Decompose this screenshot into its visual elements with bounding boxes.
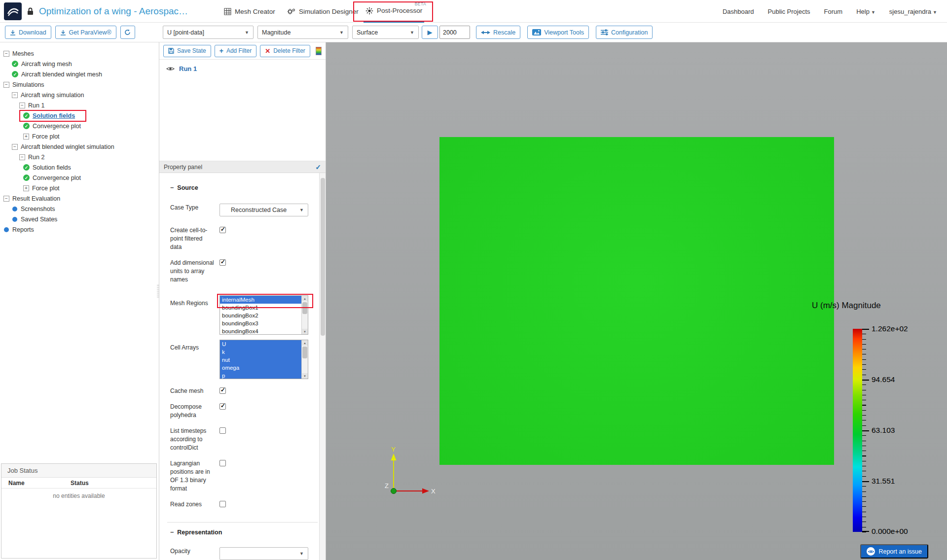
list-timesteps-row: List timesteps according to controlDict: [170, 427, 318, 452]
tree-item-aircraft-wing-mesh[interactable]: ✓Aircraft wing mesh: [0, 59, 159, 69]
collapse-icon[interactable]: −: [3, 51, 9, 57]
tab-post-processor[interactable]: Post-Processor BETA: [364, 0, 424, 23]
add-units-checkbox[interactable]: [219, 259, 226, 266]
render-viewport[interactable]: Y X Z U (m/s) Magnitude 1.262e+02 94.654…: [326, 42, 947, 560]
component-select[interactable]: Magnitude▼: [257, 26, 348, 39]
cell-array-option[interactable]: U: [220, 340, 301, 348]
tree-item-solution-fields-run1[interactable]: ✓Solution fields: [0, 110, 159, 121]
tree-item-result-evaluation[interactable]: −Result Evaluation: [0, 193, 159, 204]
link-dashboard[interactable]: Dashboard: [723, 8, 754, 15]
report-an-issue-button[interactable]: Report an issue: [860, 544, 928, 559]
representation-select[interactable]: Surface▼: [352, 26, 419, 39]
tab-label: Post-Processor: [377, 7, 422, 14]
add-filter-button[interactable]: + Add Filter: [215, 45, 257, 57]
cell-array-option[interactable]: k: [220, 348, 301, 356]
tree-item-screenshots[interactable]: Screenshots: [0, 204, 159, 214]
listbox-scrollbar[interactable]: ▲ ▼: [301, 340, 308, 379]
cell-array-option[interactable]: p: [220, 372, 301, 379]
tree-item-reports[interactable]: Reports: [0, 224, 159, 235]
collapse-icon[interactable]: −: [12, 144, 18, 150]
configuration-button[interactable]: Configuration: [596, 26, 653, 39]
mesh-region-option[interactable]: boundingBox4: [220, 327, 301, 334]
scrollbar-thumb[interactable]: [302, 347, 307, 358]
legend-tick: [862, 481, 869, 482]
add-units-label: Add dimensional units to array names: [170, 259, 219, 284]
section-representation[interactable]: − Representation: [170, 528, 318, 536]
collapse-icon[interactable]: −: [3, 196, 9, 202]
scroll-down-icon[interactable]: ▼: [302, 329, 308, 334]
cache-mesh-checkbox[interactable]: [219, 387, 226, 394]
field-select[interactable]: U [point-data]▼: [163, 26, 254, 39]
expand-icon[interactable]: +: [23, 134, 29, 140]
rescale-button[interactable]: Rescale: [476, 26, 520, 39]
scroll-up-icon[interactable]: ▲: [302, 296, 308, 301]
collapse-icon[interactable]: −: [19, 103, 25, 108]
help-menu[interactable]: Help▼: [856, 8, 875, 15]
tab-mesh-creator[interactable]: Mesh Creator: [222, 0, 277, 23]
opacity-select[interactable]: ▼: [219, 547, 308, 560]
tab-simulation-designer[interactable]: Simulation Designer: [285, 0, 361, 23]
tree-item-aircraft-wing-simulation[interactable]: −Aircraft wing simulation: [0, 90, 159, 100]
scrollbar-thumb[interactable]: [302, 302, 307, 314]
app-logo[interactable]: [4, 2, 22, 20]
listbox-scrollbar[interactable]: ▲ ▼: [301, 296, 308, 334]
tree-item-force-plot-run1[interactable]: +Force plot: [0, 131, 159, 141]
collapse-section-icon[interactable]: −: [170, 184, 174, 191]
gears-icon: [287, 8, 295, 15]
pipeline-item-run-1[interactable]: Run 1: [159, 64, 326, 74]
delete-filter-button[interactable]: ✕ Delete Filter: [260, 45, 310, 57]
decompose-checkbox[interactable]: [219, 403, 226, 410]
visibility-eye-icon[interactable]: [166, 66, 175, 71]
frame-input[interactable]: [439, 26, 470, 39]
scrollbar-thumb[interactable]: [321, 178, 325, 336]
tree-item-convergence-plot-run2[interactable]: ✓Convergence plot: [0, 173, 159, 183]
link-public-projects[interactable]: Public Projects: [768, 8, 810, 15]
cell-array-option[interactable]: omega: [220, 364, 301, 372]
viewport-tools-button[interactable]: Viewport Tools: [527, 26, 589, 39]
tree-item-solution-fields-run2[interactable]: ✓Solution fields: [0, 162, 159, 173]
refresh-button[interactable]: [120, 26, 135, 39]
tree-item-run-2[interactable]: −Run 2: [0, 152, 159, 162]
project-tree: −Meshes ✓Aircraft wing mesh ✓Aircraft bl…: [0, 42, 159, 235]
collapse-icon[interactable]: −: [12, 92, 18, 98]
mesh-region-option[interactable]: internalMesh: [220, 296, 301, 304]
scroll-down-icon[interactable]: ▼: [302, 373, 308, 379]
mesh-region-option[interactable]: boundingBox3: [220, 319, 301, 327]
property-panel-scrollbar[interactable]: [319, 173, 326, 560]
mesh-regions-listbox[interactable]: internalMesh boundingBox1 boundingBox2 b…: [219, 295, 308, 335]
case-type-select[interactable]: Reconstructed Case ▼: [219, 204, 308, 216]
download-button[interactable]: Download: [5, 26, 51, 39]
tree-item-meshes[interactable]: −Meshes: [0, 48, 159, 59]
color-map-swatch[interactable]: [316, 47, 322, 55]
get-paraview-button[interactable]: Get ParaView®: [55, 26, 116, 39]
create-cell-checkbox[interactable]: [219, 227, 226, 233]
cell-arrays-listbox[interactable]: U k nut omega p ▲ ▼: [219, 340, 308, 379]
play-icon: ▶: [428, 29, 433, 36]
collapse-icon[interactable]: −: [19, 154, 25, 160]
tree-item-aircraft-blended-winglet-mesh[interactable]: ✓Aircraft blended winglet mesh: [0, 69, 159, 79]
collapse-icon[interactable]: −: [3, 82, 9, 88]
tree-item-convergence-plot-run1[interactable]: ✓Convergence plot: [0, 121, 159, 131]
download-icon: [10, 30, 16, 35]
read-zones-checkbox[interactable]: [219, 501, 226, 507]
lagrangian-checkbox[interactable]: [219, 460, 226, 466]
tree-item-saved-states[interactable]: Saved States: [0, 214, 159, 224]
mesh-region-option[interactable]: boundingBox2: [220, 312, 301, 319]
user-menu[interactable]: sjesu_rajendra▼: [889, 8, 937, 15]
tree-item-force-plot-run2[interactable]: +Force plot: [0, 183, 159, 193]
section-source[interactable]: − Source: [170, 184, 318, 192]
cell-array-option[interactable]: nut: [220, 356, 301, 364]
scroll-up-icon[interactable]: ▲: [302, 340, 308, 346]
tree-item-aircraft-blended-winglet-simulation[interactable]: −Aircraft blended winglet simulation: [0, 141, 159, 152]
tree-item-simulations[interactable]: −Simulations: [0, 79, 159, 90]
link-forum[interactable]: Forum: [824, 8, 843, 15]
save-state-button[interactable]: Save State: [163, 45, 211, 57]
apply-check-icon[interactable]: ✓: [315, 163, 321, 171]
play-button[interactable]: ▶: [422, 26, 438, 39]
collapse-section-icon[interactable]: −: [170, 529, 174, 536]
mesh-region-option[interactable]: boundingBox1: [220, 304, 301, 312]
wing-surface-result[interactable]: [439, 137, 834, 465]
expand-icon[interactable]: +: [23, 185, 29, 191]
tree-item-run-1[interactable]: −Run 1: [0, 100, 159, 110]
list-timesteps-checkbox[interactable]: [219, 427, 226, 434]
